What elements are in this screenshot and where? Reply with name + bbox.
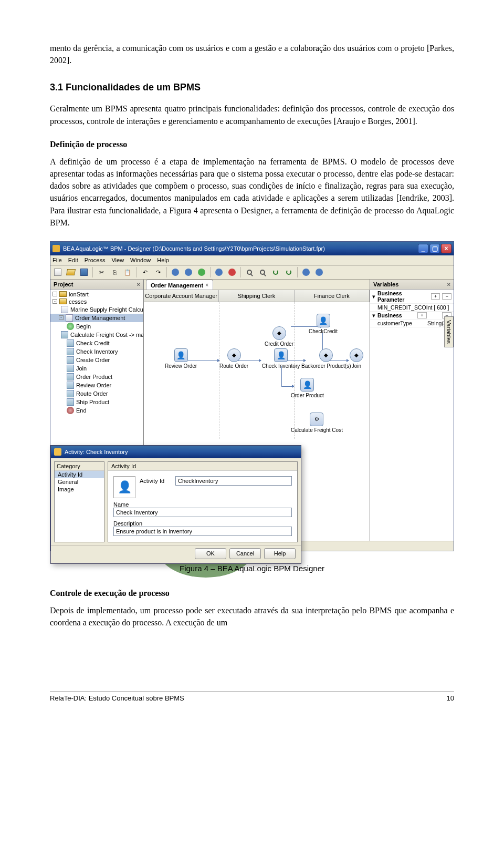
- tree-item[interactable]: Begin: [50, 322, 143, 331]
- close-button[interactable]: ×: [441, 244, 452, 253]
- tab-close-icon[interactable]: ×: [205, 282, 208, 288]
- node-backorder[interactable]: ◆ Backorder Product(s): [301, 348, 351, 369]
- variable-label: MIN_CREDIT_SCOInt [ 600 ]: [377, 304, 449, 311]
- copy-button[interactable]: ⎘: [109, 266, 120, 278]
- variable-group[interactable]: ▾Business + −: [370, 312, 454, 320]
- category-item[interactable]: Activity Id: [55, 471, 104, 478]
- tree-item-label: Route Order: [76, 390, 108, 397]
- tree-item[interactable]: Check Credit: [50, 339, 143, 347]
- toolbar-button[interactable]: [213, 266, 225, 278]
- project-close-icon[interactable]: ×: [137, 281, 140, 287]
- variables-side-tab[interactable]: Variables: [444, 316, 454, 347]
- tree-toggle-icon[interactable]: -: [52, 299, 57, 304]
- act-icon: [67, 365, 74, 372]
- dialog-titlebar: Activity: Check Inventory: [51, 446, 301, 458]
- tree-item[interactable]: Calculate Freight Cost -> marineSupplyFr…: [50, 331, 143, 339]
- description-label: Description: [113, 520, 292, 527]
- node-label: CheckCredit: [309, 328, 338, 334]
- tree-item[interactable]: Route Order: [50, 389, 143, 398]
- node-order-product[interactable]: Order Product: [291, 378, 324, 398]
- tree-item[interactable]: Marine Supply Freight Calculator Process: [50, 305, 143, 314]
- tree-toggle-icon[interactable]: -: [59, 315, 64, 320]
- toolbar-button[interactable]: [170, 266, 181, 278]
- dialog-form: Activity Id 👤 Activity Id Name: [108, 461, 298, 542]
- tree-item[interactable]: -ionStart: [50, 291, 143, 298]
- toolbar-button[interactable]: [226, 266, 238, 278]
- project-pane-header: Project ×: [50, 280, 143, 290]
- canvas-tab-order-management[interactable]: Order Management ×: [146, 280, 213, 290]
- tree-toggle-icon[interactable]: -: [52, 292, 57, 296]
- variable-item[interactable]: customerType String(30): [370, 320, 454, 327]
- node-credit-order[interactable]: ◆ Credit Order: [265, 326, 293, 347]
- menu-process[interactable]: Process: [85, 257, 106, 263]
- zoom-out-button[interactable]: [257, 266, 268, 278]
- tree-item[interactable]: Review Order: [50, 381, 143, 389]
- tree-item[interactable]: End: [50, 406, 143, 415]
- project-header-label: Project: [54, 281, 73, 287]
- undo-button[interactable]: ↶: [139, 266, 151, 278]
- tree-item-label: Marine Supply Freight Calculator Process: [70, 306, 143, 313]
- act-icon: [67, 339, 74, 347]
- menu-help[interactable]: Help: [157, 257, 169, 263]
- category-item[interactable]: Image: [55, 486, 104, 493]
- refresh-button[interactable]: [270, 266, 281, 278]
- tree-item[interactable]: Ship Product: [50, 398, 143, 406]
- toolbar-button[interactable]: [313, 266, 325, 278]
- end-icon: [67, 407, 74, 414]
- activity-id-label: Activity Id: [140, 478, 171, 484]
- dialog-title: Activity: Check Inventory: [65, 449, 128, 455]
- new-button[interactable]: [52, 266, 64, 278]
- help-button[interactable]: Help: [264, 548, 296, 559]
- cut-button[interactable]: ✂: [96, 266, 107, 278]
- node-calc-freight[interactable]: ⚙ Calculate Freight Cost: [291, 413, 343, 433]
- paste-button[interactable]: 📋: [122, 266, 133, 278]
- open-button[interactable]: [65, 266, 77, 278]
- expand-icon[interactable]: +: [417, 312, 427, 318]
- node-check-credit[interactable]: CheckCredit: [309, 314, 338, 334]
- toolbar-button[interactable]: [300, 266, 312, 278]
- node-review-order[interactable]: Review Order: [165, 348, 197, 369]
- toolbar-button[interactable]: [196, 266, 207, 278]
- menu-bar: File Edit Process View Window Help: [50, 255, 454, 266]
- toolbar-button[interactable]: [183, 266, 194, 278]
- tree-item[interactable]: -cesses: [50, 298, 143, 305]
- node-route-order[interactable]: ◆ Route Order: [219, 348, 248, 369]
- node-join[interactable]: ◆ Join: [350, 348, 363, 369]
- menu-file[interactable]: File: [52, 257, 62, 263]
- paragraph: Geralmente um BPMS apresenta quatro prin…: [50, 102, 454, 127]
- redo-button[interactable]: ↷: [152, 266, 164, 278]
- variable-item[interactable]: MIN_CREDIT_SCOInt [ 600 ]: [370, 304, 454, 312]
- tree-item[interactable]: Check Inventory: [50, 347, 143, 356]
- menu-view[interactable]: View: [111, 257, 124, 263]
- tree-item[interactable]: Join: [50, 364, 143, 373]
- heading-3-1: 3.1 Funcionalidades de um BPMS: [50, 82, 454, 93]
- category-item[interactable]: General: [55, 478, 104, 486]
- tree-item[interactable]: Order Product: [50, 373, 143, 381]
- variable-group[interactable]: ▾Business Parameter + −: [370, 290, 454, 304]
- collapse-icon[interactable]: −: [442, 293, 452, 300]
- node-label: Order Product: [291, 393, 324, 398]
- tree-item-label: ionStart: [69, 291, 89, 297]
- cancel-button[interactable]: Cancel: [229, 548, 261, 559]
- tree-item[interactable]: -Order Management: [50, 314, 143, 322]
- menu-edit[interactable]: Edit: [68, 257, 78, 263]
- tree-item-label: Check Credit: [76, 340, 110, 346]
- node-check-inventory[interactable]: Check Inventory: [262, 348, 300, 369]
- zoom-in-button[interactable]: [244, 266, 255, 278]
- act-icon: [67, 382, 74, 389]
- activity-id-input[interactable]: [175, 476, 292, 486]
- description-input[interactable]: [113, 527, 292, 536]
- maximize-button[interactable]: ▢: [429, 244, 440, 253]
- variables-header: Variables ×: [370, 280, 454, 290]
- variables-close-icon[interactable]: ×: [447, 281, 450, 287]
- menu-window[interactable]: Window: [130, 257, 151, 263]
- minimize-button[interactable]: _: [418, 244, 428, 253]
- ok-button[interactable]: OK: [195, 548, 226, 559]
- refresh-button[interactable]: [283, 266, 295, 278]
- expand-icon[interactable]: +: [431, 293, 440, 300]
- save-button[interactable]: [78, 266, 90, 278]
- variables-pane: Variables × ▾Business Parameter + − MIN_…: [370, 280, 454, 541]
- tree-item[interactable]: Create Order: [50, 356, 143, 364]
- name-input[interactable]: [113, 508, 292, 517]
- tree-item-label: Order Management: [75, 315, 125, 321]
